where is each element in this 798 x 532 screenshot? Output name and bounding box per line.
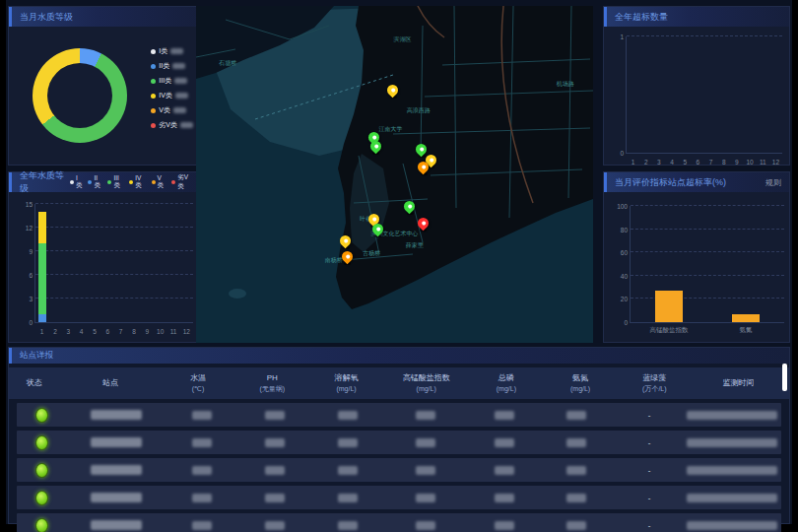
- legend-label: III类: [159, 76, 171, 86]
- column-header-time: 监测时间: [692, 378, 785, 388]
- rules-link[interactable]: 规则: [765, 177, 781, 188]
- value-redacted: [495, 411, 514, 420]
- x-axis-tick: 氨氮: [740, 326, 753, 335]
- legend-item: IV类: [151, 91, 193, 100]
- legend-dot: [151, 108, 156, 113]
- water-grade-donut-chart[interactable]: [33, 48, 127, 143]
- cell-num: [541, 438, 614, 447]
- y-axis-tick: 0: [611, 319, 628, 326]
- y-axis-tick: 15: [16, 201, 33, 208]
- rate-bar[interactable]: [732, 314, 760, 322]
- cell-num: [166, 411, 238, 420]
- panel-title: 站点详报: [20, 350, 53, 362]
- legend-label: V类: [158, 174, 167, 190]
- value-redacted: [566, 411, 586, 420]
- table-row[interactable]: -: [17, 458, 781, 482]
- column-header-num: 氨氮(mg/L): [543, 373, 617, 392]
- yearly-exceed-plot[interactable]: 01123456789101112: [626, 36, 782, 154]
- time-redacted: [687, 466, 777, 475]
- cell-time: [686, 466, 777, 475]
- status-dot-normal: [35, 408, 48, 423]
- stacked-bar-segment[interactable]: [38, 314, 46, 322]
- legend-label: IV类: [159, 91, 172, 100]
- gridline: [631, 229, 784, 230]
- table-row[interactable]: -: [17, 431, 781, 454]
- table-scrollbar[interactable]: [782, 364, 787, 391]
- map-place-label: 石塘桥: [219, 59, 236, 68]
- column-unit: (mg/L): [469, 384, 543, 393]
- cell-num: [238, 411, 311, 420]
- monthly-rate-plot[interactable]: 020406080100高锰酸盐指数氨氮: [630, 206, 784, 323]
- map-pin-marker: [402, 199, 418, 215]
- map-place-label: 机场路: [557, 79, 574, 88]
- panel-monthly-exceed-rate: 当月评价指标站点超标率(%) 规则 020406080100高锰酸盐指数氨氮: [603, 171, 790, 343]
- legend-dot: [152, 180, 156, 184]
- legend-value-redacted: [173, 107, 186, 113]
- column-unit: (mg/L): [383, 384, 469, 393]
- map-place-label: 薛家里: [406, 240, 424, 249]
- value-redacted: [495, 438, 514, 447]
- stacked-bar-segment[interactable]: [38, 243, 46, 314]
- cell-num: [238, 521, 311, 530]
- algae-value: -: [648, 466, 651, 475]
- map-pin-marker: [385, 83, 401, 99]
- map-place-label: 高浪西路: [407, 106, 431, 115]
- y-axis-tick: 80: [611, 226, 628, 233]
- cell-time: [686, 411, 777, 420]
- x-axis-tick: 4: [670, 159, 674, 166]
- column-name: 监测时间: [692, 378, 785, 388]
- x-axis-tick: 3: [657, 159, 661, 166]
- x-axis-tick: 2: [53, 328, 57, 335]
- value-redacted: [338, 466, 358, 475]
- legend-label: I类: [76, 174, 83, 190]
- x-axis-tick: 11: [760, 159, 766, 166]
- legend-item: III类: [151, 76, 193, 86]
- table-row[interactable]: -: [17, 513, 781, 532]
- value-redacted: [495, 521, 514, 530]
- cell-num: [468, 438, 541, 447]
- panel-header: 全年水质等级 I类II类III类IV类V类劣V类: [9, 172, 201, 192]
- legend-item: II类: [151, 61, 193, 71]
- cell-time: [686, 438, 777, 447]
- donut-legend: I类II类III类IV类V类劣V类: [151, 46, 193, 130]
- x-axis-tick: 8: [722, 159, 726, 166]
- status-dot-normal: [35, 491, 48, 505]
- table-body[interactable]: -----: [9, 403, 789, 532]
- cell-num: [383, 411, 467, 420]
- station-map[interactable]: 石塘桥滨湖区高浪西路江南大学机场路叶巷滨湖文化艺术中心薛家里古杨桥南杨桥: [196, 6, 593, 343]
- cell-num: [166, 466, 238, 475]
- map-place-label: 滨湖区: [394, 35, 412, 44]
- x-axis-tick: 1: [40, 328, 44, 335]
- y-axis-tick: 1: [607, 33, 624, 40]
- cell-text: -: [613, 466, 686, 475]
- value-redacted: [338, 521, 358, 530]
- cell-text: -: [613, 438, 686, 447]
- value-redacted: [192, 466, 212, 475]
- value-redacted: [338, 411, 358, 420]
- value-redacted: [265, 521, 285, 530]
- legend-label: II类: [94, 174, 102, 190]
- cell-text: -: [613, 411, 686, 420]
- cell-num: [383, 438, 467, 447]
- cell-num: [311, 494, 384, 502]
- panel-header: 当月水质等级: [9, 7, 201, 27]
- time-redacted: [687, 494, 777, 502]
- legend-label: IV类: [135, 174, 146, 190]
- cell-num: [166, 494, 238, 502]
- value-redacted: [265, 494, 285, 502]
- rate-bar[interactable]: [655, 291, 683, 322]
- y-axis-tick: 0: [607, 150, 624, 157]
- table-row[interactable]: -: [17, 403, 781, 427]
- x-axis-tick: 1: [632, 159, 635, 166]
- table-header-row: 状态站点水温(℃)PH(无量纲)溶解氧(mg/L)高锰酸盐指数(mg/L)总磷(…: [9, 367, 789, 399]
- value-redacted: [265, 411, 285, 420]
- legend-item: I类: [151, 46, 193, 56]
- gridline: [631, 298, 784, 299]
- gridline: [35, 250, 193, 251]
- value-redacted: [192, 411, 212, 420]
- stacked-bar-segment[interactable]: [38, 212, 46, 243]
- map-place-label: 南杨桥: [325, 256, 343, 265]
- table-row[interactable]: -: [17, 486, 781, 509]
- yearly-grade-plot[interactable]: 03691215123456789101112: [34, 204, 193, 323]
- legend-value-redacted: [172, 63, 185, 69]
